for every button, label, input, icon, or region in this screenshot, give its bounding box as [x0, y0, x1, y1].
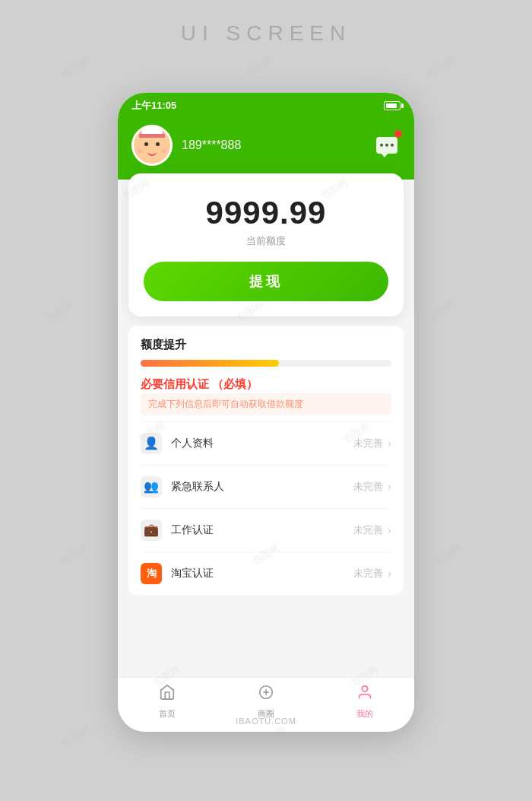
footer-label: IBAOTU.COM [236, 717, 296, 726]
taobao-label: 淘宝认证 [171, 567, 353, 580]
work-label: 工作认证 [171, 523, 353, 537]
nav-item-mine[interactable]: 我的 [315, 684, 414, 726]
nav-item-home[interactable]: 首页 [118, 684, 217, 726]
ui-screen-label: UI SCREEN [181, 21, 351, 46]
battery-icon [384, 101, 401, 110]
emergency-arrow: › [388, 481, 391, 493]
balance-amount: 9999.99 [144, 195, 388, 231]
watermark: 包图网 [44, 297, 77, 324]
personal-label: 个人资料 [171, 437, 353, 450]
main-card: 9999.99 当前额度 提现 [128, 173, 404, 316]
emergency-status: 未完善 [353, 480, 383, 494]
personal-status: 未完善 [353, 437, 383, 450]
nav-label-mine: 我的 [356, 708, 373, 720]
progress-fill [141, 360, 279, 367]
home-icon [159, 684, 176, 705]
taobao-status: 未完善 [353, 567, 383, 580]
emergency-icon: 👥 [141, 476, 162, 497]
nav-label-home: 首页 [159, 708, 176, 720]
progress-bar [141, 360, 391, 367]
menu-item-personal[interactable]: 👤 个人资料 未完善 › [141, 421, 391, 465]
credit-section: 额度提升 必要信用认证 （必填） 完成下列信息后即可自动获取借款额度 👤 个人资… [128, 326, 404, 595]
personal-icon: 👤 [141, 433, 162, 454]
mine-icon [356, 684, 373, 705]
status-bar: 上午11:05 [118, 93, 414, 117]
work-arrow: › [388, 524, 391, 536]
circle-icon [258, 684, 274, 705]
watermark: 包图网 [59, 541, 92, 567]
watermark: 包图网 [424, 297, 457, 324]
header-left: 189****888 [131, 125, 241, 166]
withdraw-button[interactable]: 提现 [144, 262, 388, 301]
message-badge [394, 130, 402, 138]
work-icon: 💼 [141, 520, 162, 541]
work-status: 未完善 [353, 523, 383, 537]
credit-title: 额度提升 [141, 338, 391, 352]
watermark: 包图网 [59, 723, 92, 750]
required-credit-title: 必要信用认证 （必填） [141, 377, 391, 392]
watermark: 包图网 [242, 54, 274, 81]
user-phone: 189****888 [182, 138, 241, 152]
taobao-arrow: › [388, 567, 391, 580]
taobao-icon: 淘 [141, 563, 162, 584]
menu-item-work[interactable]: 💼 工作认证 未完善 › [141, 508, 391, 551]
watermark: 包图网 [432, 541, 464, 567]
menu-item-emergency[interactable]: 👥 紧急联系人 未完善 › [141, 465, 391, 508]
personal-arrow: › [388, 437, 391, 450]
message-icon[interactable] [373, 132, 401, 159]
menu-item-taobao[interactable]: 淘 淘宝认证 未完善 › [141, 551, 391, 595]
watermark: 包图网 [59, 54, 92, 81]
header: 189****888 [118, 117, 414, 180]
credit-hint: 完成下列信息后即可自动获取借款额度 [141, 393, 391, 415]
avatar[interactable] [131, 125, 173, 166]
phone-frame: 上午11:05 189****888 [118, 93, 414, 732]
svg-point-3 [362, 685, 367, 691]
status-time: 上午11:05 [131, 99, 176, 113]
balance-label: 当前额度 [144, 234, 388, 248]
watermark: 包图网 [424, 54, 457, 81]
emergency-label: 紧急联系人 [171, 480, 353, 494]
